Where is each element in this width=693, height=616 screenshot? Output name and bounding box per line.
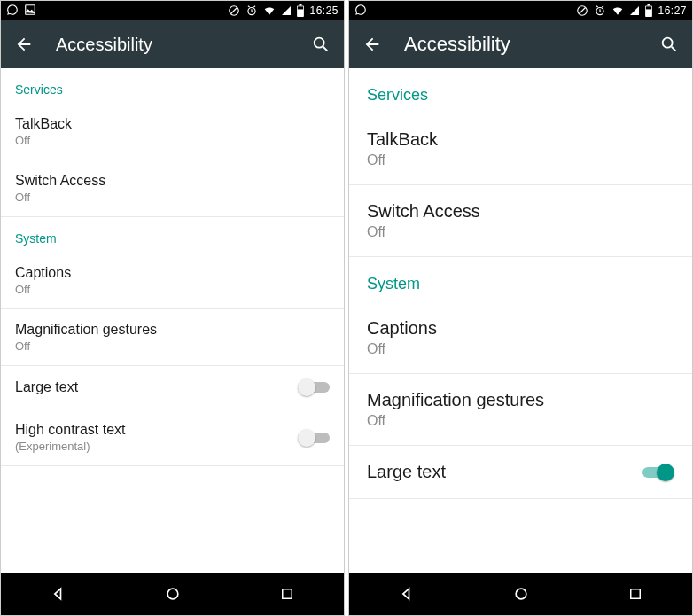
item-title: TalkBack	[15, 116, 330, 132]
item-switch-access[interactable]: Switch Access Off	[1, 160, 344, 217]
item-peek	[349, 499, 692, 508]
battery-icon	[645, 4, 652, 17]
alarm-icon	[594, 4, 606, 17]
wifi-icon	[263, 4, 276, 17]
nav-bar	[349, 573, 692, 615]
nav-home-icon[interactable]	[164, 585, 182, 603]
battery-icon	[297, 4, 304, 17]
settings-list: Services TalkBack Off Switch Access Off …	[349, 68, 692, 573]
svg-rect-4	[300, 4, 302, 6]
signal-icon	[629, 5, 640, 16]
signal-icon	[281, 5, 292, 16]
item-switch-access[interactable]: Switch Access Off	[349, 185, 692, 257]
section-header-services: Services	[1, 68, 344, 104]
item-title: Large text	[15, 379, 298, 395]
search-icon[interactable]	[310, 34, 331, 55]
svg-rect-5	[298, 6, 303, 9]
item-talkback[interactable]: TalkBack Off	[1, 104, 344, 160]
svg-point-6	[315, 38, 324, 48]
section-header-services: Services	[349, 68, 692, 113]
status-time: 16:25	[309, 4, 339, 17]
item-title: Magnification gestures	[15, 322, 330, 338]
item-large-text[interactable]: Large text	[349, 446, 692, 499]
status-bar: 16:25	[1, 1, 344, 20]
item-sub: Off	[367, 413, 674, 429]
nav-home-icon[interactable]	[512, 585, 530, 603]
item-sub: Off	[367, 152, 674, 168]
svg-rect-8	[283, 589, 292, 599]
status-right: 16:25	[228, 4, 339, 17]
item-captions[interactable]: Captions Off	[349, 302, 692, 374]
settings-list: Services TalkBack Off Switch Access Off …	[1, 68, 344, 573]
item-sub: (Experimental)	[15, 440, 298, 453]
item-magnification[interactable]: Magnification gestures Off	[1, 309, 344, 366]
svg-point-7	[168, 589, 179, 599]
toggle-high-contrast[interactable]	[298, 429, 330, 447]
status-left	[6, 4, 36, 19]
status-left	[354, 4, 367, 19]
svg-point-15	[517, 589, 527, 599]
screen-right: 16:27 Accessibility Services TalkBack Of…	[348, 0, 693, 616]
nav-recent-icon[interactable]	[279, 586, 295, 602]
item-title: High contrast text	[15, 422, 298, 438]
status-right: 16:27	[576, 4, 687, 17]
nav-bar	[1, 573, 344, 615]
item-title: Captions	[367, 318, 674, 339]
back-arrow-icon[interactable]	[13, 34, 35, 55]
item-title: Magnification gestures	[367, 390, 674, 410]
item-title: Switch Access	[15, 173, 330, 189]
item-sub: Off	[15, 339, 330, 353]
item-sub: Off	[367, 341, 674, 357]
item-title: Large text	[367, 462, 642, 482]
item-high-contrast[interactable]: High contrast text (Experimental)	[1, 409, 344, 466]
wifi-icon	[611, 4, 624, 17]
image-icon	[24, 4, 36, 19]
item-magnification[interactable]: Magnification gestures Off	[349, 374, 692, 446]
item-sub: Off	[15, 134, 330, 147]
no-sim-icon	[228, 4, 240, 17]
whatsapp-icon	[6, 4, 19, 19]
nav-back-icon[interactable]	[398, 585, 416, 603]
status-bar: 16:27	[349, 1, 692, 20]
page-title: Accessibility	[56, 35, 310, 55]
item-title: Switch Access	[367, 201, 674, 222]
section-header-system: System	[1, 217, 344, 253]
item-large-text[interactable]: Large text	[1, 366, 344, 409]
status-time: 16:27	[658, 4, 687, 17]
search-icon[interactable]	[658, 34, 680, 55]
screen-left: 16:25 Accessibility Services TalkBack Of…	[0, 0, 345, 616]
page-title: Accessibility	[404, 33, 658, 56]
toggle-large-text[interactable]	[298, 378, 330, 396]
item-talkback[interactable]: TalkBack Off	[349, 113, 692, 185]
app-bar: Accessibility	[349, 20, 692, 68]
item-sub: Off	[367, 224, 674, 240]
nav-back-icon[interactable]	[50, 585, 67, 603]
alarm-icon	[245, 4, 258, 17]
toggle-large-text[interactable]	[642, 464, 674, 481]
item-sub: Off	[15, 191, 330, 204]
whatsapp-icon	[354, 4, 367, 19]
back-arrow-icon[interactable]	[362, 34, 383, 55]
item-sub: Off	[15, 283, 330, 296]
nav-recent-icon[interactable]	[627, 586, 643, 602]
app-bar: Accessibility	[1, 20, 344, 68]
svg-point-14	[663, 38, 673, 48]
svg-rect-16	[631, 589, 641, 599]
item-captions[interactable]: Captions Off	[1, 253, 344, 309]
no-sim-icon	[576, 4, 588, 17]
section-header-system: System	[349, 257, 692, 302]
item-title: TalkBack	[367, 129, 674, 150]
item-title: Captions	[15, 265, 330, 281]
svg-rect-13	[646, 6, 651, 9]
svg-rect-12	[648, 4, 650, 6]
